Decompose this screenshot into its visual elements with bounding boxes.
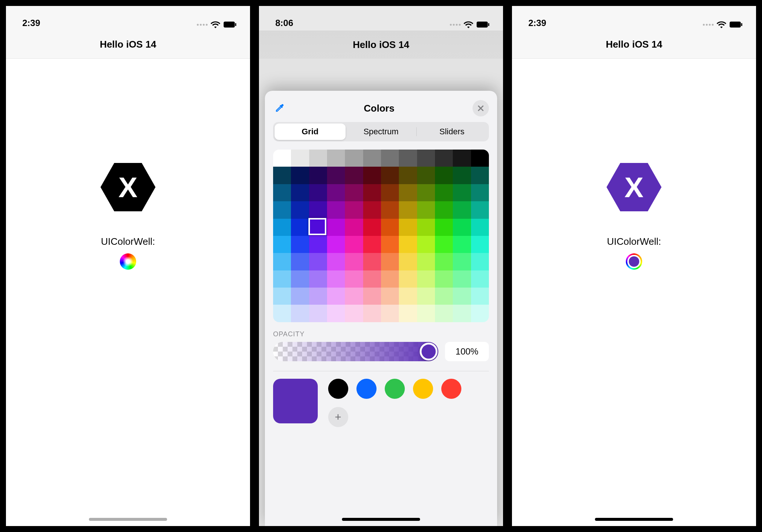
grid-cell[interactable] (381, 236, 399, 253)
grid-cell[interactable] (309, 305, 327, 322)
add-swatch-button[interactable]: + (328, 407, 348, 427)
grid-cell[interactable] (273, 201, 291, 218)
grid-cell[interactable] (327, 236, 345, 253)
grid-cell[interactable] (381, 253, 399, 270)
recent-swatch[interactable] (385, 379, 405, 399)
grid-cell[interactable] (363, 150, 381, 167)
home-indicator[interactable] (595, 518, 673, 521)
grid-cell[interactable] (435, 201, 453, 218)
home-indicator[interactable] (342, 518, 420, 521)
grid-cell[interactable] (327, 288, 345, 305)
grid-cell[interactable] (417, 288, 435, 305)
grid-cell[interactable] (363, 184, 381, 201)
grid-cell[interactable] (345, 253, 363, 270)
grid-cell[interactable] (453, 270, 471, 288)
grid-cell[interactable] (381, 270, 399, 288)
grid-cell[interactable] (399, 201, 417, 218)
grid-cell[interactable] (273, 150, 291, 167)
grid-cell[interactable] (291, 270, 309, 288)
grid-cell[interactable] (345, 201, 363, 218)
grid-cell[interactable] (417, 167, 435, 184)
grid-cell[interactable] (273, 305, 291, 322)
grid-cell[interactable] (435, 305, 453, 322)
grid-cell[interactable] (327, 253, 345, 270)
grid-cell[interactable] (399, 288, 417, 305)
grid-cell[interactable] (363, 270, 381, 288)
grid-cell[interactable] (381, 201, 399, 218)
opacity-slider-knob[interactable] (420, 343, 438, 360)
grid-cell[interactable] (417, 253, 435, 270)
grid-cell[interactable] (345, 270, 363, 288)
grid-cell[interactable] (273, 219, 291, 236)
grid-cell[interactable] (471, 201, 489, 218)
eyedropper-button[interactable] (273, 102, 286, 115)
grid-cell[interactable] (345, 288, 363, 305)
grid-cell[interactable] (435, 150, 453, 167)
grid-cell[interactable] (327, 305, 345, 322)
grid-cell[interactable] (327, 184, 345, 201)
grid-cell[interactable] (399, 305, 417, 322)
grid-cell[interactable] (363, 201, 381, 218)
grid-cell[interactable] (363, 288, 381, 305)
grid-cell[interactable] (309, 219, 327, 236)
grid-cell[interactable] (309, 201, 327, 218)
grid-cell[interactable] (363, 305, 381, 322)
recent-swatch[interactable] (413, 379, 433, 399)
grid-cell[interactable] (273, 288, 291, 305)
grid-cell[interactable] (453, 305, 471, 322)
grid-cell[interactable] (417, 219, 435, 236)
grid-cell[interactable] (471, 288, 489, 305)
grid-cell[interactable] (435, 288, 453, 305)
grid-cell[interactable] (273, 270, 291, 288)
grid-cell[interactable] (471, 150, 489, 167)
grid-cell[interactable] (309, 236, 327, 253)
grid-cell[interactable] (345, 236, 363, 253)
grid-cell[interactable] (291, 236, 309, 253)
grid-cell[interactable] (381, 167, 399, 184)
grid-cell[interactable] (363, 167, 381, 184)
grid-cell[interactable] (363, 219, 381, 236)
color-well[interactable] (120, 253, 136, 270)
grid-cell[interactable] (291, 150, 309, 167)
grid-cell[interactable] (381, 288, 399, 305)
grid-cell[interactable] (399, 236, 417, 253)
grid-cell[interactable] (417, 270, 435, 288)
grid-cell[interactable] (345, 305, 363, 322)
grid-cell[interactable] (435, 236, 453, 253)
grid-cell[interactable] (471, 184, 489, 201)
grid-cell[interactable] (453, 236, 471, 253)
grid-cell[interactable] (471, 253, 489, 270)
grid-cell[interactable] (327, 167, 345, 184)
grid-cell[interactable] (291, 305, 309, 322)
grid-cell[interactable] (417, 305, 435, 322)
grid-cell[interactable] (435, 219, 453, 236)
grid-cell[interactable] (381, 305, 399, 322)
grid-cell[interactable] (399, 253, 417, 270)
grid-cell[interactable] (291, 184, 309, 201)
grid-cell[interactable] (273, 253, 291, 270)
recent-swatch[interactable] (441, 379, 461, 399)
grid-cell[interactable] (309, 184, 327, 201)
grid-cell[interactable] (453, 150, 471, 167)
close-button[interactable] (473, 100, 489, 116)
grid-cell[interactable] (399, 219, 417, 236)
grid-cell[interactable] (417, 184, 435, 201)
tab-sliders[interactable]: Sliders (416, 124, 487, 140)
grid-cell[interactable] (471, 305, 489, 322)
grid-cell[interactable] (327, 270, 345, 288)
grid-cell[interactable] (453, 288, 471, 305)
grid-cell[interactable] (273, 167, 291, 184)
grid-cell[interactable] (399, 167, 417, 184)
grid-cell[interactable] (327, 219, 345, 236)
grid-cell[interactable] (471, 270, 489, 288)
grid-cell[interactable] (381, 184, 399, 201)
grid-cell[interactable] (381, 150, 399, 167)
grid-cell[interactable] (435, 270, 453, 288)
grid-cell[interactable] (399, 270, 417, 288)
grid-cell[interactable] (435, 184, 453, 201)
grid-cell[interactable] (309, 253, 327, 270)
grid-cell[interactable] (327, 150, 345, 167)
grid-cell[interactable] (453, 219, 471, 236)
tab-grid[interactable]: Grid (275, 124, 346, 140)
opacity-value[interactable]: 100% (445, 342, 489, 361)
